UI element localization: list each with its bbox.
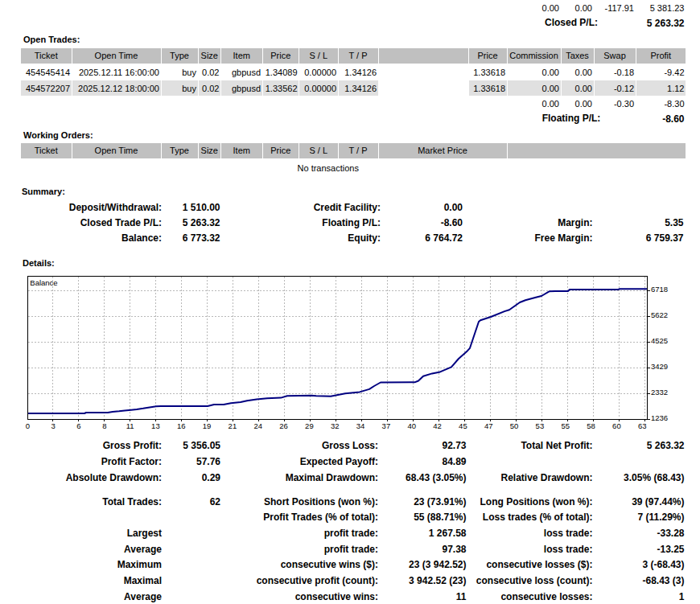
svg-text:1236: 1236: [651, 413, 668, 422]
svg-text:50: 50: [510, 421, 519, 430]
svg-text:29: 29: [305, 421, 314, 430]
svg-text:32: 32: [331, 421, 340, 430]
svg-text:3: 3: [51, 421, 55, 430]
svg-text:11: 11: [126, 421, 134, 430]
svg-text:42: 42: [433, 421, 442, 430]
svg-text:63: 63: [638, 421, 647, 430]
svg-text:3429: 3429: [651, 362, 668, 371]
svg-text:58: 58: [587, 421, 595, 430]
svg-text:26: 26: [279, 421, 288, 430]
svg-text:16: 16: [177, 421, 186, 430]
svg-text:40: 40: [408, 421, 417, 430]
svg-text:6: 6: [76, 421, 80, 430]
svg-text:6718: 6718: [651, 285, 668, 294]
svg-text:21: 21: [229, 421, 237, 430]
svg-text:60: 60: [612, 421, 621, 430]
svg-text:37: 37: [382, 421, 391, 430]
svg-text:Balance: Balance: [30, 278, 57, 287]
svg-text:34: 34: [356, 421, 365, 430]
svg-text:53: 53: [536, 421, 545, 430]
svg-text:8: 8: [102, 421, 106, 430]
svg-text:4525: 4525: [651, 336, 668, 345]
svg-text:0: 0: [26, 421, 30, 430]
svg-text:45: 45: [459, 421, 467, 430]
svg-text:5622: 5622: [651, 310, 668, 319]
svg-text:47: 47: [484, 421, 493, 430]
svg-text:13: 13: [151, 421, 160, 430]
svg-text:19: 19: [203, 421, 212, 430]
svg-text:2332: 2332: [651, 388, 668, 397]
svg-text:24: 24: [254, 421, 263, 430]
svg-text:55: 55: [561, 421, 570, 430]
